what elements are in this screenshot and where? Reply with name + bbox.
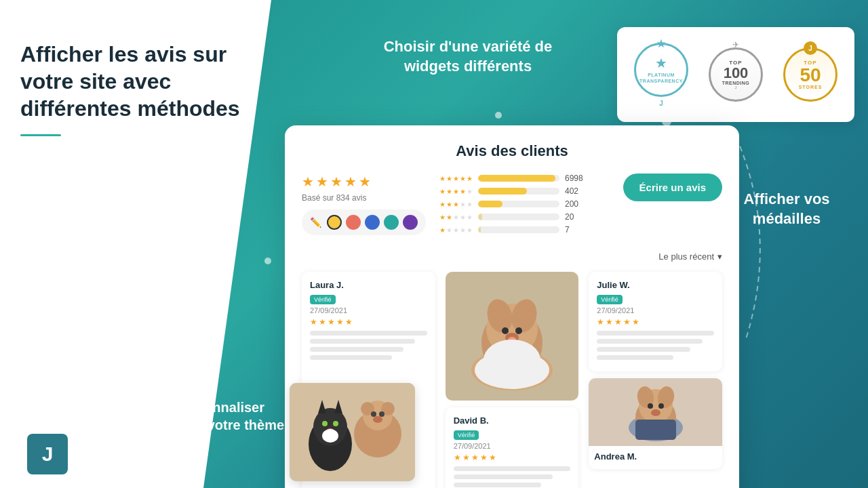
review-date-laura: 27/09/2021 — [310, 306, 427, 314]
widget-top: ★ ★ ★ ★ ★ Basé sur 834 avis ✏️ ★ — [302, 174, 722, 238]
color-coral[interactable] — [346, 215, 361, 230]
bar-2-fill — [478, 214, 482, 220]
bar-2-stars: ★ ★ ★ ★ ★ — [439, 214, 473, 221]
rating-bar-row-4: ★ ★ ★ ★ ★ 402 — [439, 186, 610, 196]
color-selector[interactable]: ✏️ — [302, 209, 426, 235]
review-line — [454, 474, 553, 479]
bar-4-count: 402 — [565, 186, 589, 196]
decorative-dot — [264, 258, 271, 264]
svg-point-18 — [651, 409, 660, 416]
svg-point-35 — [322, 429, 338, 443]
review-line — [310, 355, 392, 360]
review-line — [597, 339, 702, 344]
top100-sub: J — [735, 85, 737, 89]
reviewer-name-david: David B. — [454, 415, 571, 426]
top50-badge: J TOP 50 STORES — [776, 37, 844, 112]
review-line — [597, 331, 714, 336]
bar-4-stars: ★ ★ ★ ★ ★ — [439, 188, 473, 195]
s3: ★ — [453, 175, 459, 182]
platinum-badge-ring: ★ PLATINUM TRANSPARENCY — [634, 43, 688, 97]
rating-bar-row-5: ★ ★ ★ ★ ★ 6998 — [439, 174, 610, 183]
star-1: ★ — [302, 174, 314, 190]
verified-badge-julie: Vérifié — [597, 295, 623, 304]
review-card-andrea: Andrea M. — [589, 378, 722, 469]
personalize-text: Le personnaliser l'adapter à votre thème — [136, 399, 285, 434]
review-date-julie: 27/09/2021 — [597, 306, 714, 314]
review-lines-laura — [310, 331, 427, 360]
rating-bar-row-2: ★ ★ ★ ★ ★ 20 — [439, 212, 610, 222]
bar-4-bg — [478, 188, 559, 195]
puppy-image — [446, 272, 579, 401]
rating-bar-row-1: ★ ★ ★ ★ ★ 7 — [439, 225, 610, 235]
bar-2-count: 20 — [565, 212, 589, 222]
bar-3-stars: ★ ★ ★ ★ ★ — [439, 201, 473, 208]
bar-5-bg — [478, 175, 559, 182]
overall-stars: ★ ★ ★ ★ ★ — [302, 174, 426, 190]
top50-number: 50 — [800, 66, 821, 85]
review-stars-julie: ★ ★ ★ ★ ★ — [597, 317, 714, 327]
sort-chevron-icon[interactable]: ▾ — [717, 251, 722, 262]
s5: ★ — [467, 175, 473, 182]
review-card-right-wrapper: Julie W. Vérifié 27/09/2021 ★ ★ ★ ★ ★ — [589, 272, 722, 488]
review-lines-david — [454, 466, 571, 487]
bar-1-bg — [478, 226, 559, 233]
sort-row: Le plus récent ▾ — [302, 251, 722, 262]
left-section: Afficher les avis sur votre site avec di… — [20, 41, 251, 157]
star-3: ★ — [330, 174, 342, 190]
color-purple[interactable] — [403, 215, 418, 230]
bar-5-fill — [478, 175, 555, 182]
widget-right: Écrire un avis — [623, 174, 722, 201]
based-on: Basé sur 834 avis — [302, 193, 426, 203]
color-blue[interactable] — [365, 215, 380, 230]
color-teal[interactable] — [384, 215, 399, 230]
top50-j-icon: J — [804, 41, 817, 55]
s2: ★ — [446, 175, 452, 182]
rating-left: ★ ★ ★ ★ ★ Basé sur 834 avis ✏️ — [302, 174, 426, 235]
s1: ★ — [439, 175, 446, 182]
rating-bars: ★ ★ ★ ★ ★ 6998 ★ ★ ★ ★ ★ 402 — [439, 174, 610, 238]
svg-point-27 — [373, 416, 382, 423]
top100-number: 100 — [724, 66, 749, 81]
sort-label[interactable]: Le plus récent — [658, 251, 714, 262]
svg-point-25 — [371, 411, 376, 417]
svg-point-32 — [322, 421, 328, 426]
platinum-text: PLATINUM TRANSPARENCY — [639, 73, 683, 84]
rating-bar-row-3: ★ ★ ★ ★ ★ 200 — [439, 199, 610, 209]
review-line — [454, 466, 571, 471]
top100-label: TRENDING — [722, 81, 750, 85]
cat-teddy-svg — [290, 383, 415, 481]
review-lines-julie — [597, 331, 714, 360]
top-center-text: Choisir d'une variété de widgets différe… — [380, 37, 556, 76]
top50-stores-label: STORES — [799, 85, 823, 89]
svg-point-10 — [484, 340, 540, 380]
bar-1-stars: ★ ★ ★ ★ ★ — [439, 226, 473, 234]
bar-1-count: 7 — [565, 225, 589, 235]
verified-badge-laura: Vérifié — [310, 295, 336, 304]
right-section-text: Afficher vos médailles — [726, 190, 848, 228]
review-stars-laura: ★ ★ ★ ★ ★ — [310, 317, 427, 327]
star-2: ★ — [316, 174, 328, 190]
review-line — [454, 483, 542, 487]
bar-5-count: 6998 — [565, 174, 589, 183]
svg-point-33 — [333, 421, 338, 426]
cat-teddy-image — [290, 383, 415, 481]
review-line — [310, 347, 403, 352]
svg-rect-19 — [635, 420, 676, 440]
review-stars-david: ★ ★ ★ ★ ★ — [454, 453, 571, 462]
color-yellow[interactable] — [327, 215, 342, 230]
bar-3-bg — [478, 201, 559, 207]
svg-point-5 — [502, 327, 509, 334]
bar-5-stars: ★ ★ ★ ★ ★ — [439, 175, 473, 182]
bar-4-fill — [478, 188, 527, 195]
pencil-icon: ✏️ — [310, 217, 321, 228]
dog-clothes-image — [589, 378, 722, 446]
svg-point-17 — [658, 403, 664, 409]
bar-3-count: 200 — [565, 199, 589, 209]
svg-point-16 — [648, 403, 653, 409]
main-title: Afficher les avis sur votre site avec di… — [20, 41, 251, 122]
write-review-button[interactable]: Écrire un avis — [623, 174, 722, 201]
star-4: ★ — [344, 174, 357, 190]
star-5: ★ — [359, 174, 371, 190]
platinum-star-icon: ★ — [655, 55, 667, 71]
dog-clothes-svg — [612, 380, 700, 445]
